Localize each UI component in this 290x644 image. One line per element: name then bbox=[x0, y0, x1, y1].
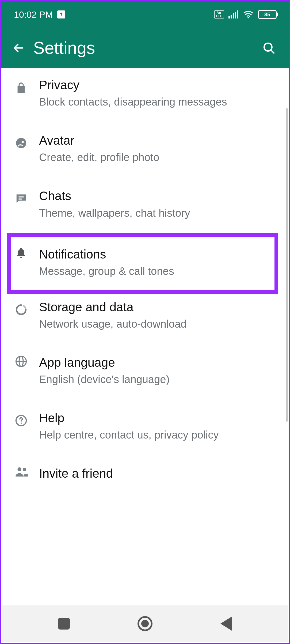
settings-item-storage[interactable]: Storage and data Network usage, auto-dow… bbox=[2, 290, 288, 340]
status-bar-right: VoLTE 35 bbox=[214, 10, 278, 19]
home-button[interactable] bbox=[129, 612, 161, 636]
item-title: App language bbox=[39, 355, 277, 370]
svg-point-5 bbox=[247, 17, 249, 18]
volte-icon: VoLTE bbox=[214, 10, 224, 18]
svg-rect-4 bbox=[237, 10, 238, 18]
chat-icon bbox=[15, 189, 36, 205]
battery-percent: 35 bbox=[264, 12, 270, 18]
settings-item-notifications[interactable]: Notifications Message, group & call tone… bbox=[2, 235, 288, 290]
search-icon bbox=[262, 41, 276, 55]
settings-item-help[interactable]: Help Help centre, contact us, privacy po… bbox=[2, 401, 288, 451]
item-title: Help bbox=[39, 411, 277, 425]
help-icon bbox=[15, 411, 36, 427]
data-usage-icon bbox=[15, 300, 36, 316]
svg-point-18 bbox=[17, 467, 21, 471]
svg-rect-11 bbox=[18, 197, 24, 198]
svg-line-8 bbox=[271, 50, 274, 53]
item-subtitle: Message, group & call tones bbox=[39, 264, 277, 278]
svg-point-9 bbox=[16, 138, 26, 148]
svg-point-19 bbox=[23, 468, 26, 471]
item-subtitle: Help centre, contact us, privacy policy bbox=[39, 428, 277, 441]
item-title: Avatar bbox=[39, 133, 277, 148]
signal-icon bbox=[228, 10, 239, 18]
item-subtitle: English (device's language) bbox=[39, 373, 277, 386]
status-bar-left: 10:02 PM bbox=[14, 9, 65, 20]
recents-button[interactable] bbox=[48, 612, 80, 636]
status-time: 10:02 PM bbox=[14, 9, 53, 20]
svg-rect-12 bbox=[18, 199, 22, 200]
battery-icon: 35 bbox=[258, 10, 278, 19]
item-title: Chats bbox=[39, 189, 277, 203]
arrow-left-icon bbox=[12, 42, 25, 54]
people-icon bbox=[15, 466, 36, 477]
item-title: Privacy bbox=[39, 78, 277, 92]
svg-rect-0 bbox=[228, 16, 230, 18]
upload-icon bbox=[57, 10, 65, 18]
item-title: Notifications bbox=[39, 247, 277, 262]
android-nav-bar bbox=[2, 605, 288, 642]
app-bar: Settings bbox=[1, 28, 289, 68]
svg-rect-1 bbox=[231, 15, 232, 18]
wifi-icon bbox=[243, 10, 254, 18]
settings-item-privacy[interactable]: Privacy Block contacts, disappearing mes… bbox=[2, 68, 288, 118]
svg-point-17 bbox=[21, 422, 22, 424]
globe-icon bbox=[15, 355, 36, 368]
item-title: Storage and data bbox=[39, 300, 277, 314]
lock-icon bbox=[15, 78, 36, 94]
svg-rect-2 bbox=[233, 13, 234, 18]
search-button[interactable] bbox=[260, 39, 278, 57]
svg-point-10 bbox=[22, 141, 24, 143]
avatar-icon bbox=[15, 133, 36, 149]
status-bar: 10:02 PM VoLTE 35 bbox=[1, 1, 289, 28]
settings-item-chats[interactable]: Chats Theme, wallpapers, chat history bbox=[2, 179, 288, 229]
bell-icon bbox=[15, 247, 36, 259]
settings-list[interactable]: Privacy Block contacts, disappearing mes… bbox=[2, 68, 288, 605]
item-subtitle: Network usage, auto-download bbox=[39, 317, 277, 331]
back-nav-button[interactable] bbox=[210, 612, 242, 636]
item-subtitle: Theme, wallpapers, chat history bbox=[39, 206, 277, 220]
svg-rect-3 bbox=[235, 12, 236, 18]
settings-item-invite[interactable]: Invite a friend bbox=[2, 456, 288, 493]
item-subtitle: Create, edit, profile photo bbox=[39, 151, 277, 164]
settings-item-language[interactable]: App language English (device's language) bbox=[2, 346, 288, 396]
settings-item-avatar[interactable]: Avatar Create, edit, profile photo bbox=[2, 123, 288, 174]
page-title: Settings bbox=[33, 38, 260, 58]
back-button[interactable] bbox=[9, 39, 28, 57]
scrollbar[interactable] bbox=[286, 108, 288, 422]
item-title: Invite a friend bbox=[39, 466, 277, 481]
item-subtitle: Block contacts, disappearing messages bbox=[39, 95, 277, 108]
